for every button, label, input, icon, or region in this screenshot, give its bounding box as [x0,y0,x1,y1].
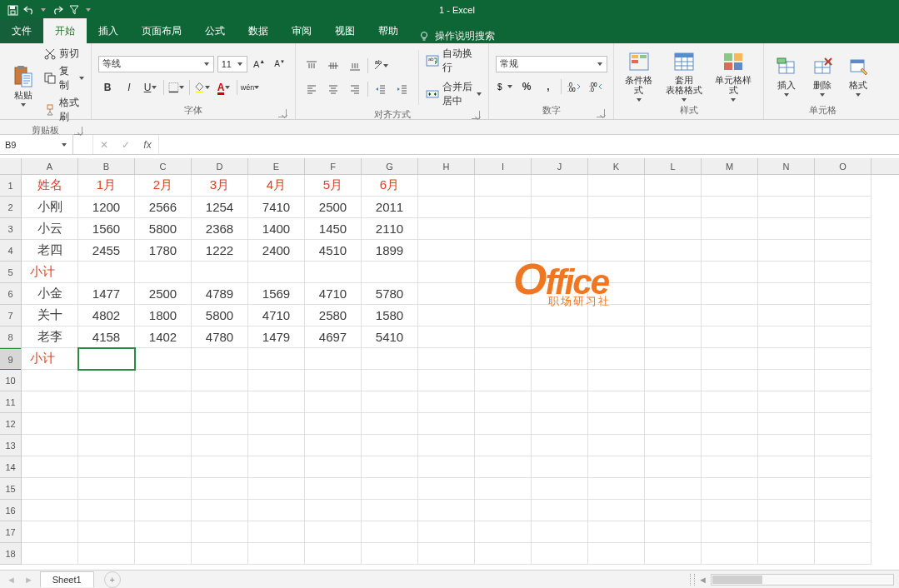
cell[interactable] [815,175,872,197]
cell[interactable] [588,370,645,391]
cell[interactable] [362,262,418,283]
tab-insert[interactable]: 插入 [87,18,130,43]
delete-cells-button[interactable]: 删除 [807,47,837,104]
cells-area[interactable]: Office 职场研习社 姓名1月2月3月4月5月6月小刚12002566125… [22,175,899,565]
cell[interactable] [135,456,192,478]
cell[interactable] [135,391,192,413]
cell[interactable] [645,478,702,500]
cell[interactable] [815,456,872,478]
cell[interactable] [532,305,588,326]
cell[interactable] [192,435,248,456]
enter-formula-button[interactable]: ✓ [115,135,137,154]
cell[interactable] [758,175,815,197]
cell[interactable] [305,456,362,478]
cell[interactable]: 7410 [248,197,305,218]
cell[interactable] [588,500,645,521]
cell[interactable]: 小计 [22,262,78,283]
clipboard-launcher-icon[interactable] [74,127,82,135]
cell[interactable] [135,543,192,565]
new-sheet-button[interactable]: + [104,571,121,588]
cell[interactable] [362,456,418,478]
cell[interactable]: 1560 [78,218,135,240]
wrap-text-button[interactable]: ab自动换行 [426,47,482,75]
row-header-12[interactable]: 12 [0,413,21,435]
cell[interactable]: 小刚 [22,197,78,218]
cell[interactable] [758,348,815,370]
cell[interactable] [305,262,362,283]
increase-indent-button[interactable] [393,80,412,98]
cell[interactable] [702,456,758,478]
cell[interactable] [135,521,192,543]
underline-button[interactable]: U [142,78,160,97]
col-header-M[interactable]: M [702,158,758,174]
cell[interactable] [815,521,872,543]
tab-review[interactable]: 审阅 [280,18,323,43]
cell[interactable] [588,413,645,435]
cell[interactable]: 2455 [78,240,135,262]
align-left-button[interactable] [302,80,321,98]
cell[interactable] [758,262,815,283]
cell[interactable] [645,305,702,326]
cell[interactable] [362,370,418,391]
cell[interactable]: 2566 [135,197,192,218]
row-header-14[interactable]: 14 [0,456,21,478]
tab-home[interactable]: 开始 [43,18,87,43]
cell[interactable] [758,500,815,521]
cell[interactable] [532,326,588,348]
align-launcher-icon[interactable] [472,111,480,119]
cell[interactable] [815,262,872,283]
cell[interactable] [475,456,532,478]
decrease-font-button[interactable]: A▼ [271,55,288,73]
cell[interactable]: 6月 [362,175,418,197]
cell[interactable] [418,456,475,478]
cell[interactable] [248,370,305,391]
cell[interactable] [645,521,702,543]
cell[interactable] [305,500,362,521]
undo-icon[interactable] [23,4,35,16]
cell[interactable] [305,435,362,456]
paste-dropdown-icon[interactable] [20,102,27,108]
row-header-3[interactable]: 3 [0,218,21,240]
cell[interactable]: 1569 [248,283,305,305]
cell[interactable] [815,413,872,435]
cell[interactable] [135,348,192,370]
cell[interactable] [645,262,702,283]
chevron-right-icon[interactable]: ► [24,575,33,585]
funnel-icon[interactable] [68,4,80,16]
cell[interactable] [192,370,248,391]
cell[interactable] [418,240,475,262]
row-header-1[interactable]: 1 [0,175,21,197]
orientation-button[interactable]: ab [372,57,390,75]
cell[interactable] [702,435,758,456]
cell[interactable] [758,478,815,500]
cell[interactable] [418,413,475,435]
cell[interactable] [588,175,645,197]
cell[interactable]: 2110 [362,218,418,240]
cell[interactable] [78,456,135,478]
cell[interactable] [532,218,588,240]
cell[interactable] [248,478,305,500]
cell[interactable] [78,413,135,435]
col-header-F[interactable]: F [305,158,362,174]
cell[interactable] [248,456,305,478]
qat-customize-icon[interactable] [85,7,92,13]
cell[interactable] [418,478,475,500]
align-center-button[interactable] [324,80,342,98]
cell[interactable] [532,500,588,521]
cell[interactable] [192,521,248,543]
cell[interactable] [815,326,872,348]
cell[interactable] [475,218,532,240]
col-header-A[interactable]: A [22,158,78,174]
row-header-16[interactable]: 16 [0,500,21,521]
increase-font-button[interactable]: A▲ [251,55,268,73]
phonetic-button[interactable]: wén [241,78,259,97]
cell[interactable] [362,521,418,543]
chevron-left-icon[interactable]: ◄ [7,575,16,585]
row-header-11[interactable]: 11 [0,391,21,413]
cell[interactable]: 4780 [192,326,248,348]
cell[interactable] [815,370,872,391]
col-header-E[interactable]: E [248,158,305,174]
cell[interactable] [22,543,78,565]
cell[interactable] [475,435,532,456]
align-middle-button[interactable] [324,57,342,75]
